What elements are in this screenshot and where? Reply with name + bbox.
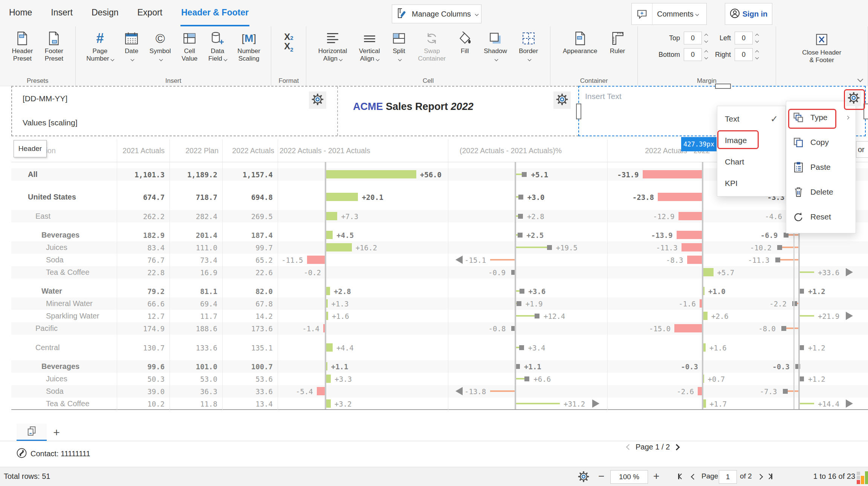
pin-marker: [535, 314, 539, 318]
data-field-button[interactable]: DataField: [208, 29, 227, 62]
table-row[interactable]: East262.2282.4269.5+7.3-12.9+2.8-4.6: [11, 210, 868, 222]
comments-button[interactable]: Comments: [631, 3, 707, 25]
bar-value-label: -13.9: [613, 229, 673, 241]
table-settings-gear-icon[interactable]: [578, 471, 589, 484]
table-row[interactable]: Juices83.4111.099.7+16.2-11.3+19.5-10.2: [11, 241, 868, 254]
table-row[interactable]: Tea & Coffee22.816.922.6-0.2+5.7-0.9+33.…: [11, 266, 868, 279]
header-preset-button[interactable]: HeaderPreset: [12, 29, 33, 62]
sign-in-button[interactable]: Sign in: [725, 3, 772, 25]
table-row[interactable]: Water79.281.182.0+2.8+1.0+3.6+1.2: [11, 285, 868, 297]
swap-container-button: SwapContainer: [418, 29, 446, 62]
tab-home[interactable]: Home: [8, 0, 33, 26]
border-button[interactable]: Border: [519, 29, 538, 62]
next-page-button[interactable]: [758, 474, 762, 480]
stepper-down-icon[interactable]: [704, 39, 708, 43]
header-center-section[interactable]: ACME Sales Report 2022: [338, 87, 578, 136]
vertical-align-button[interactable]: VerticalAlign: [359, 29, 380, 62]
add-sheet-button[interactable]: +: [50, 426, 63, 439]
menu-item-delete[interactable]: Delete: [786, 183, 856, 201]
pin-cell: +5.1: [448, 168, 607, 181]
table-row[interactable]: Mineral Water66.669.467.8+1.3-1.6+1.9-2.…: [11, 297, 868, 310]
margin-bottom-value[interactable]: 0: [684, 48, 702, 61]
resize-handle-left[interactable]: [576, 104, 581, 119]
button-label-2: Align: [360, 55, 379, 62]
split-button[interactable]: Split: [392, 29, 406, 62]
stepper-down-icon[interactable]: [755, 39, 759, 43]
date-button[interactable]: Date: [124, 29, 139, 62]
menu-item-type[interactable]: Type: [786, 108, 856, 127]
cell-plan: 36.3: [170, 385, 217, 398]
stepper-up-icon[interactable]: [755, 34, 759, 37]
horizontal-align-button[interactable]: HorizontalAlign: [318, 29, 347, 62]
negative-bar: [658, 193, 703, 201]
pin-cell: +2.8: [448, 210, 607, 222]
table-row[interactable]: Pacific174.9188.6173.6-1.4-15.0-0.8-8.0: [11, 322, 868, 335]
zoom-out-button[interactable]: −: [598, 470, 604, 482]
header-left-section[interactable]: [DD-MM-YY] Values [scaling]: [12, 87, 338, 136]
sheet-tab[interactable]: [17, 424, 47, 441]
zoom-in-button[interactable]: +: [653, 470, 659, 482]
resize-handle-top[interactable]: [715, 84, 731, 89]
bar-cell: +1.7: [607, 398, 778, 410]
table-row[interactable]: Soda39.036.333.6-5.4-2.6-13.8-7.3: [11, 385, 868, 398]
menu-item-text[interactable]: Text✓: [717, 111, 785, 126]
table-row[interactable]: Soda76.773.465.2-11.5-8.3-15.1-11.3: [11, 254, 868, 266]
appearance-button[interactable]: Appearance: [563, 29, 598, 55]
stepper-down-icon[interactable]: [755, 55, 759, 59]
table-row[interactable]: Beverages182.9201.4187.4+4.5-13.9+2.5-6.…: [11, 229, 868, 241]
negative-bar: [682, 243, 703, 251]
menu-item-paste[interactable]: Paste: [786, 158, 856, 177]
table-row[interactable]: Sparkling Water12.711.714.2+1.6+2.6+12.4…: [11, 310, 868, 322]
table-row[interactable]: Tea & Coffee10.211.813.4+3.2+1.7+31.2+14…: [11, 398, 868, 410]
stepper-up-icon[interactable]: [704, 34, 708, 37]
last-page-button[interactable]: [767, 474, 772, 479]
superscript-subscript-button[interactable]: X2X2: [284, 29, 293, 51]
number-scaling-button[interactable]: [M]NumberScaling: [237, 29, 260, 62]
margin-left-value[interactable]: 0: [735, 32, 753, 44]
page-prev-icon[interactable]: [626, 444, 632, 450]
margin-top-value[interactable]: 0: [684, 32, 702, 44]
cell-value-button[interactable]: CellValue: [182, 29, 197, 62]
zoom-level-field[interactable]: 100 %: [610, 470, 648, 484]
ruler-button[interactable]: Ruler: [610, 29, 625, 55]
tab-insert[interactable]: Insert: [50, 0, 73, 26]
footer-preset-button[interactable]: FooterPreset: [45, 29, 63, 62]
row-label: Soda: [46, 254, 64, 266]
page-next-icon[interactable]: [674, 444, 680, 450]
fill-button[interactable]: Fill: [458, 29, 472, 55]
shadow-button[interactable]: Shadow: [484, 29, 507, 62]
page-number-field[interactable]: 1: [719, 470, 737, 484]
prev-page-button[interactable]: [692, 474, 696, 480]
menu-item-chart[interactable]: Chart: [717, 154, 785, 169]
pin-value-label: +1.9: [526, 297, 543, 310]
insert-box-gear-icon[interactable]: [846, 91, 861, 106]
left-section-gear-icon[interactable]: [309, 91, 326, 109]
menu-item-image[interactable]: Image: [717, 133, 785, 148]
tab-design[interactable]: Design: [91, 0, 119, 26]
symbol-button[interactable]: ©Symbol: [150, 29, 171, 62]
button-label-2: [158, 55, 162, 62]
menu-item-kpi[interactable]: KPI: [717, 176, 785, 191]
bar-value-label: +5.7: [717, 266, 735, 279]
page-number-button[interactable]: #PageNumber: [86, 29, 113, 62]
tab-header-footer[interactable]: Header & Footer: [180, 0, 249, 26]
stepper-up-icon[interactable]: [704, 50, 708, 54]
table-row[interactable]: Beverages99.6101.0100.7+1.1-0.3+1.1-0.3: [11, 360, 868, 373]
menu-item-reset[interactable]: Reset: [786, 207, 856, 226]
menu-item-copy[interactable]: Copy: [786, 133, 856, 152]
tab-export[interactable]: Export: [137, 0, 163, 26]
table-row[interactable]: Juices50.353.053.6+3.3+0.7+6.6+1.2: [11, 373, 868, 385]
header-zone-badge[interactable]: Header: [14, 140, 47, 157]
table-row[interactable]: Central130.7133.6135.1+4.4+1.6+3.4+1.2: [11, 341, 868, 354]
ribbon-tabs: HomeInsertDesignExportHeader & Footer: [8, 0, 249, 26]
resize-handle-right[interactable]: [863, 104, 868, 119]
first-page-button[interactable]: [678, 474, 683, 479]
close-header-footer-button[interactable]: Close Header& Footer: [802, 29, 841, 64]
margin-right-value[interactable]: 0: [735, 48, 753, 61]
stepper-up-icon[interactable]: [755, 50, 759, 54]
center-section-gear-icon[interactable]: [553, 91, 571, 109]
manage-columns-button[interactable]: Manage Columns: [392, 5, 481, 23]
positive-bar: [326, 212, 337, 220]
stepper-down-icon[interactable]: [704, 55, 708, 59]
bar-value-label: +1.1: [331, 360, 348, 373]
